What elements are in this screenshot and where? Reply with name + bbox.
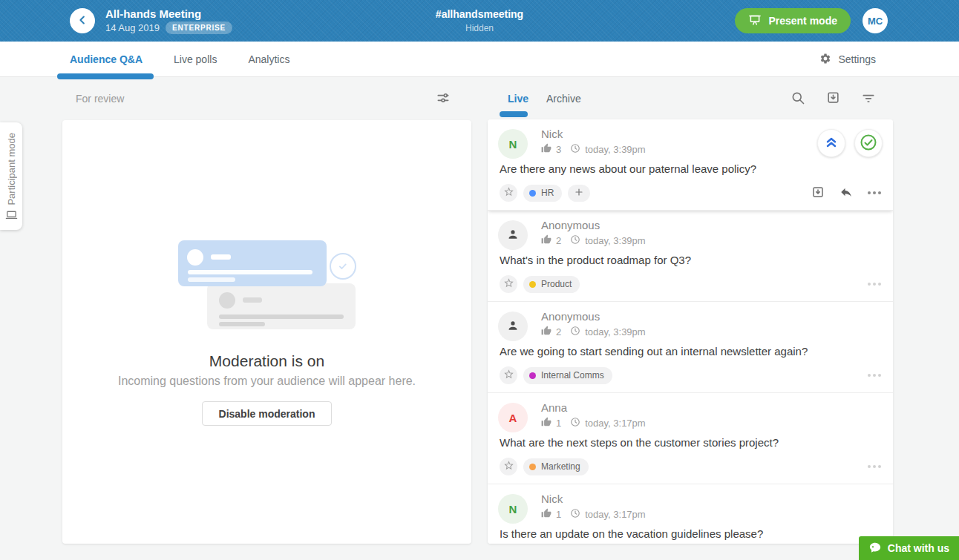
more-options-button[interactable]	[868, 462, 881, 471]
check-circle-icon	[860, 134, 877, 154]
moderation-filter-button[interactable]	[436, 90, 451, 108]
add-tag-button[interactable]	[568, 185, 590, 202]
clock-icon	[570, 417, 580, 429]
disable-moderation-button[interactable]: Disable moderation	[202, 401, 333, 426]
question-actions	[868, 275, 881, 293]
chevron-left-icon	[76, 13, 89, 29]
question-meta: 1 today, 3:17pm	[541, 417, 881, 429]
tag-label: Product	[541, 279, 572, 289]
avatar: A	[498, 403, 528, 432]
ellipsis-icon	[868, 191, 881, 194]
question-text: Is there an update on the vacation guide…	[500, 527, 881, 541]
star-button[interactable]	[500, 366, 517, 384]
question-header: Anonymous 2 today, 3:39pm	[541, 310, 881, 337]
question-meta: 2 today, 3:39pm	[541, 234, 881, 247]
tab-audience-qna[interactable]: Audience Q&A	[70, 53, 143, 65]
event-subtitle: 14 Aug 2019 ENTERPRISE	[105, 22, 232, 34]
tag-color-dot	[529, 190, 536, 197]
question-item[interactable]: Anonymous 2 today, 3:39pm Are we going t…	[488, 302, 893, 393]
user-avatar[interactable]: MC	[863, 8, 888, 33]
active-tab-indicator	[57, 73, 154, 79]
main-nav: Audience Q&A Live polls Analytics	[0, 42, 959, 77]
for-review-label: For review	[76, 93, 124, 105]
tab-archive[interactable]: Archive	[546, 93, 581, 105]
clock-icon	[570, 326, 580, 338]
tag-chip[interactable]: Marketing	[523, 458, 589, 475]
device-icon	[5, 209, 18, 223]
nav-tabs: Audience Q&A Live polls Analytics	[70, 53, 289, 65]
question-item[interactable]: N Nick 3 today, 3:39pm Are there any new	[488, 119, 893, 211]
star-button[interactable]	[500, 184, 517, 202]
settings-button[interactable]: Settings	[819, 42, 876, 77]
tab-live-polls[interactable]: Live polls	[174, 53, 217, 65]
highlight-question-button[interactable]	[817, 129, 845, 157]
approve-question-button[interactable]	[854, 129, 883, 157]
thumbs-up-icon	[541, 508, 551, 521]
present-mode-label: Present mode	[768, 15, 837, 27]
participant-mode-label: Participant mode	[6, 133, 17, 205]
more-options-button[interactable]	[868, 280, 881, 289]
clock-icon	[570, 234, 580, 247]
tag-chip[interactable]: Product	[523, 276, 580, 293]
archive-box-icon	[826, 90, 840, 107]
illustration-card-blue	[178, 240, 327, 286]
like-count: 1	[556, 418, 561, 429]
like-count: 3	[556, 144, 561, 155]
tag-chip[interactable]: Internal Comms	[523, 367, 612, 384]
presentation-screen-icon	[748, 13, 762, 29]
tag-label: Internal Comms	[541, 370, 604, 381]
double-chevron-up-icon	[824, 135, 839, 152]
archive-all-button[interactable]	[826, 90, 840, 107]
like-count: 1	[556, 509, 561, 520]
settings-label: Settings	[838, 53, 876, 65]
tab-analytics[interactable]: Analytics	[248, 53, 289, 65]
top-header: All-hands Meeting 14 Aug 2019 ENTERPRISE…	[0, 0, 959, 42]
question-item[interactable]: Anonymous 2 today, 3:39pm What's in the …	[488, 211, 893, 302]
tag-color-dot	[529, 281, 536, 288]
tag-chip[interactable]: HR	[523, 185, 562, 202]
question-item[interactable]: N Nick 1 today, 3:17pm Is there an updat…	[488, 484, 893, 544]
moderation-empty-state-card: Moderation is on Incoming questions from…	[62, 120, 471, 544]
question-text: What's in the product roadmap for Q3?	[500, 253, 881, 267]
archive-question-button[interactable]	[811, 185, 825, 201]
tag-color-dot	[529, 372, 536, 379]
author-name: Anonymous	[541, 219, 881, 232]
event-date: 14 Aug 2019	[105, 22, 160, 33]
author-name: Anna	[541, 401, 881, 415]
participant-mode-tab[interactable]: Participant mode	[0, 122, 22, 230]
tab-live[interactable]: Live	[508, 93, 528, 105]
reply-button[interactable]	[839, 185, 853, 201]
archive-box-icon	[811, 185, 825, 201]
moderation-status-title: Moderation is on	[62, 352, 471, 370]
more-options-button[interactable]	[868, 188, 881, 197]
question-header: Nick 1 today, 3:17pm	[541, 493, 881, 519]
event-title: All-hands Meeting	[105, 7, 232, 20]
plan-badge: ENTERPRISE	[166, 22, 232, 34]
question-text: Are there any news about our paternal le…	[500, 162, 881, 176]
moderation-status-subtitle: Incoming questions from your audience wi…	[62, 375, 471, 388]
active-questions-tab-indicator	[500, 111, 528, 117]
event-code-block: #allhandsmeeting Hidden	[436, 8, 523, 33]
avatar: N	[498, 129, 528, 159]
author-name: Nick	[541, 493, 881, 506]
search-button[interactable]	[791, 90, 805, 108]
back-button[interactable]	[70, 8, 95, 33]
search-icon	[791, 90, 805, 108]
clock-icon	[570, 143, 580, 156]
more-options-button[interactable]	[868, 371, 881, 380]
question-actions	[868, 366, 881, 384]
timestamp: today, 3:39pm	[585, 326, 645, 337]
present-mode-button[interactable]: Present mode	[735, 8, 851, 33]
question-item[interactable]: A Anna 1 today, 3:17pm What are the next…	[488, 393, 893, 484]
star-button[interactable]	[500, 458, 517, 475]
sort-filter-button[interactable]	[861, 90, 876, 108]
questions-tabs: Live Archive	[508, 93, 581, 105]
filter-lines-icon	[861, 90, 876, 108]
like-count: 2	[556, 326, 561, 337]
star-icon	[503, 277, 514, 291]
anonymous-avatar	[498, 312, 528, 341]
chat-with-us-button[interactable]: Chat with us	[859, 536, 959, 560]
avatar: N	[498, 494, 528, 524]
star-button[interactable]	[500, 275, 517, 293]
question-actions	[811, 184, 881, 202]
